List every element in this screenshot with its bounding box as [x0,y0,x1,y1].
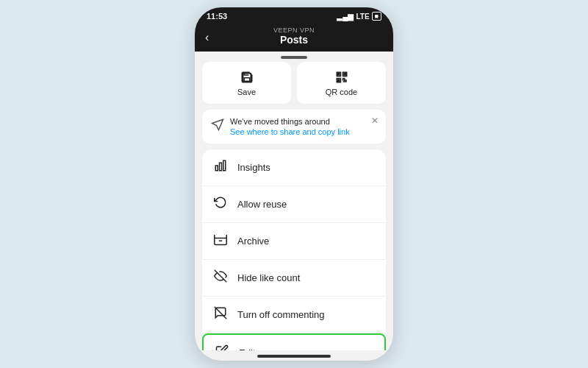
qr-icon [335,69,348,85]
menu-card: Insights Allow reuse [202,149,386,350]
status-icons: ▂▄▆ LTE ■ [337,12,381,21]
menu-item-hide-like[interactable]: Hide like count [202,260,386,297]
battery-icon: ■ [372,12,381,21]
archive-label: Archive [237,236,269,247]
svg-rect-5 [337,79,339,81]
svg-rect-6 [215,166,218,171]
notice-link[interactable]: See where to share and copy link [230,127,350,136]
save-button[interactable]: Save [202,62,291,104]
menu-item-insights[interactable]: Insights [202,149,386,186]
signal-icon: ▂▄▆ [337,13,354,21]
drag-handle-top [281,56,307,59]
allow-reuse-icon [212,196,229,213]
app-header: ‹ VEEPN VPN Posts [195,24,393,52]
notice-icon [211,118,224,134]
insights-icon [212,159,229,176]
header-subtitle: VEEPN VPN [207,26,381,34]
menu-item-allow-reuse[interactable]: Allow reuse [202,186,386,223]
menu-item-edit[interactable]: Edit [202,333,386,350]
turn-off-commenting-label: Turn off commenting [237,309,325,320]
qr-label: QR code [326,88,357,96]
drag-handle-bottom [257,355,331,358]
header-title: Posts [207,34,381,46]
menu-item-turn-off-commenting[interactable]: Turn off commenting [202,297,386,333]
hide-like-label: Hide like count [237,272,300,283]
status-bar: 11:53 ▂▄▆ LTE ■ [195,7,393,24]
save-icon [240,69,254,85]
hide-like-icon [212,269,229,286]
svg-rect-7 [220,163,222,171]
archive-icon [212,233,229,250]
top-action-buttons: Save QR code [202,62,386,104]
svg-rect-3 [337,74,339,75]
notice-title: We've moved things around [230,117,350,126]
insights-label: Insights [237,162,270,173]
phone-frame: 11:53 ▂▄▆ LTE ■ ‹ VEEPN VPN Posts [195,7,393,361]
svg-rect-8 [223,160,226,171]
save-label: Save [237,88,256,96]
notice-card: We've moved things around See where to s… [202,110,386,144]
menu-item-archive[interactable]: Archive [202,223,386,260]
edit-icon [214,344,230,350]
edit-label: Edit [239,347,255,350]
svg-rect-4 [344,74,345,75]
sheet-content: Save QR code [195,62,393,350]
network-label: LTE [356,13,369,21]
notice-text: We've moved things around See where to s… [230,117,350,136]
turn-off-commenting-icon [212,306,229,323]
allow-reuse-label: Allow reuse [237,199,287,210]
time: 11:53 [207,12,227,21]
notice-close-button[interactable]: ✕ [371,116,379,126]
back-button[interactable]: ‹ [205,31,209,44]
qr-code-button[interactable]: QR code [297,62,386,104]
